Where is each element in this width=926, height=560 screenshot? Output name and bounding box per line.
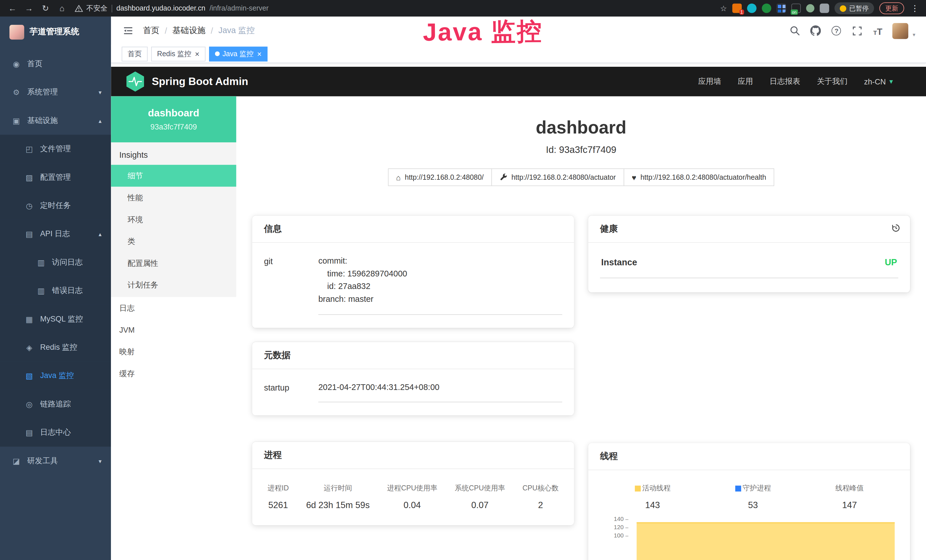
sidebar-item-trace[interactable]: ◎ 链路追踪 <box>0 390 111 418</box>
extension-icon-orange[interactable]: 1 <box>732 3 742 13</box>
sidebar-item-log-center[interactable]: ▤ 日志中心 <box>0 418 111 446</box>
sba-menu-performance[interactable]: 性能 <box>111 186 236 209</box>
extensions-puzzle-icon[interactable] <box>820 3 829 13</box>
breadcrumb-infra[interactable]: 基础设施 <box>172 26 205 36</box>
info-card: 信息 git commit: time: 1596289704000 id: 2… <box>252 216 574 328</box>
help-icon[interactable]: ? <box>831 25 843 36</box>
tab-java-monitor[interactable]: Java 监控 × <box>209 47 268 61</box>
fullscreen-icon[interactable] <box>851 25 863 36</box>
sidebar-item-access-log[interactable]: ▥ 访问日志 <box>0 248 111 277</box>
breadcrumb: 首页 / 基础设施 / Java 监控 <box>143 26 255 36</box>
legend-label: 线程峰值 <box>835 483 864 493</box>
sidebar-item-label: 系统管理 <box>27 87 58 97</box>
forward-icon[interactable]: → <box>24 3 34 14</box>
sba-locale-select[interactable]: zh-CN ▾ <box>864 77 893 86</box>
search-icon[interactable] <box>790 25 801 36</box>
extension-icon-green[interactable] <box>762 3 771 13</box>
avatar[interactable] <box>893 23 909 39</box>
endpoint-root-link[interactable]: ⌂ http://192.168.0.2:48080/ <box>388 168 492 186</box>
github-icon[interactable] <box>810 25 822 36</box>
bookmark-star-icon[interactable]: ☆ <box>720 4 727 12</box>
back-icon[interactable]: ← <box>7 3 18 14</box>
history-icon[interactable] <box>891 223 900 235</box>
security-chip[interactable]: 不安全 <box>74 3 107 13</box>
sidebar-item-home[interactable]: ◉ 首页 <box>0 50 111 78</box>
sidebar-item-label: Java 监控 <box>40 370 74 381</box>
git-key: git <box>264 255 319 315</box>
sidebar-item-label: 访问日志 <box>52 257 83 268</box>
breadcrumb-home[interactable]: 首页 <box>143 26 159 36</box>
edit-icon: ▨ <box>25 173 34 182</box>
sba-menu-jvm[interactable]: JVM <box>111 319 236 341</box>
process-metrics-row: 进程ID 5261 运行时间 6d 23h 15m 59s <box>264 478 562 512</box>
sidebar-item-api-log[interactable]: ▤ API 日志 ▴ <box>0 219 111 248</box>
sidebar-item-scheduled-jobs[interactable]: ◷ 定时任务 <box>0 191 111 219</box>
sidebar-item-file-manage[interactable]: ◰ 文件管理 <box>0 135 111 163</box>
sba-nav-applications[interactable]: 应用 <box>738 76 753 87</box>
sidebar-item-system[interactable]: ⚙ 系统管理 ▾ <box>0 78 111 106</box>
app-logo-row[interactable]: 芋道管理系统 <box>0 17 111 47</box>
font-size-icon[interactable]: TT <box>872 25 884 36</box>
sidebar-item-mysql-monitor[interactable]: ▦ MySQL 监控 <box>0 305 111 333</box>
cards-left-column: 信息 git commit: time: 1596289704000 id: 2… <box>252 216 574 525</box>
sidebar-item-redis-monitor[interactable]: ◈ Redis 监控 <box>0 333 111 362</box>
browser-menu-kebab-icon[interactable]: ⋮ <box>909 3 920 13</box>
legend-label: 活动线程 <box>642 483 670 493</box>
extension-icon-teal[interactable] <box>747 3 757 13</box>
sba-menu-logs[interactable]: 日志 <box>111 297 236 319</box>
sba-menu-environment[interactable]: 环境 <box>111 209 236 230</box>
update-button-label: 更新 <box>885 4 898 12</box>
instance-name: dashboard <box>148 107 199 119</box>
page-title: dashboard <box>251 118 911 138</box>
sba-menu-mappings[interactable]: 映射 <box>111 341 236 363</box>
sidebar-item-devtools[interactable]: ◪ 研发工具 ▾ <box>0 447 111 475</box>
tags-view: 首页 Redis 监控 × Java 监控 × <box>111 45 926 63</box>
sba-brand[interactable]: Spring Boot Admin <box>126 72 248 92</box>
url-divider <box>112 5 112 12</box>
update-button[interactable]: 更新 <box>879 2 904 14</box>
legend-peak-threads: 线程峰值 147 <box>835 483 864 510</box>
sidebar-item-java-monitor[interactable]: ▧ Java 监控 <box>0 362 111 390</box>
reload-icon[interactable]: ↻ <box>40 3 51 14</box>
metric-label: 进程CPU使用率 <box>387 484 437 493</box>
java-icon: ▧ <box>25 371 34 380</box>
app-header: 首页 / 基础设施 / Java 监控 ? <box>111 17 926 45</box>
browser-home-icon[interactable]: ⌂ <box>57 3 67 14</box>
hamburger-icon[interactable] <box>122 24 135 37</box>
endpoint-actuator-link[interactable]: http://192.168.0.2:48080/actuator <box>492 168 624 186</box>
sba-menu-classes[interactable]: 类 <box>111 230 236 253</box>
close-icon[interactable]: × <box>195 50 199 58</box>
sidebar-item-label: API 日志 <box>40 229 70 239</box>
sidebar-item-config-manage[interactable]: ▨ 配置管理 <box>0 163 111 191</box>
sba-menu-config-props[interactable]: 配置属性 <box>111 252 236 274</box>
paused-badge[interactable]: 已暂停 <box>834 2 874 14</box>
avatar-caret-icon[interactable]: ▾ <box>912 32 915 38</box>
endpoint-url: http://192.168.0.2:48080/ <box>405 173 484 182</box>
extension-icon-dark-on[interactable]: on <box>791 3 801 13</box>
url-bar[interactable]: 不安全 dashboard.yudao.iocoder.cn/infra/adm… <box>74 3 269 13</box>
sba-nav-about[interactable]: 关于我们 <box>817 76 847 87</box>
sba-nav-wallboard[interactable]: 应用墙 <box>698 76 721 87</box>
sba-menu-details[interactable]: 细节 <box>111 165 236 187</box>
legend-label-wrap: 活动线程 <box>634 483 670 493</box>
sidebar-item-infra[interactable]: ▣ 基础设施 ▴ <box>0 106 111 135</box>
sba-menu-scheduled-tasks[interactable]: 计划任务 <box>111 274 236 296</box>
metadata-card-body: startup 2021-04-27T00:44:31.254+08:00 <box>252 369 574 416</box>
endpoint-health-link[interactable]: ♥ http://192.168.0.2:48080/actuator/heal… <box>623 168 774 186</box>
tab-home[interactable]: 首页 <box>122 47 148 61</box>
git-branch: branch: master <box>318 293 562 306</box>
sba-nav-journal[interactable]: 日志报表 <box>770 76 800 87</box>
tab-redis-monitor[interactable]: Redis 监控 × <box>151 47 205 61</box>
sidebar-item-error-log[interactable]: ▥ 错误日志 <box>0 277 111 305</box>
extension-icon-leaf[interactable] <box>806 4 814 12</box>
sba-menu-caches[interactable]: 缓存 <box>111 363 236 384</box>
sidebar-menu: ◉ 首页 ⚙ 系统管理 ▾ ▣ 基础设施 ▴ ◰ 文件管理 <box>0 47 111 475</box>
metadata-card: 元数据 startup 2021-04-27T00:44:31.254+08:0… <box>252 342 574 415</box>
sba-instance-header[interactable]: dashboard 93a3fc7f7409 <box>111 97 236 143</box>
extension-icon-grid[interactable] <box>776 3 786 13</box>
log-icon: ▤ <box>25 230 34 239</box>
close-icon[interactable]: × <box>257 50 262 58</box>
sba-brand-title: Spring Boot Admin <box>152 75 248 88</box>
metric-value: 5261 <box>268 500 288 510</box>
process-card-title: 进程 <box>252 442 574 469</box>
